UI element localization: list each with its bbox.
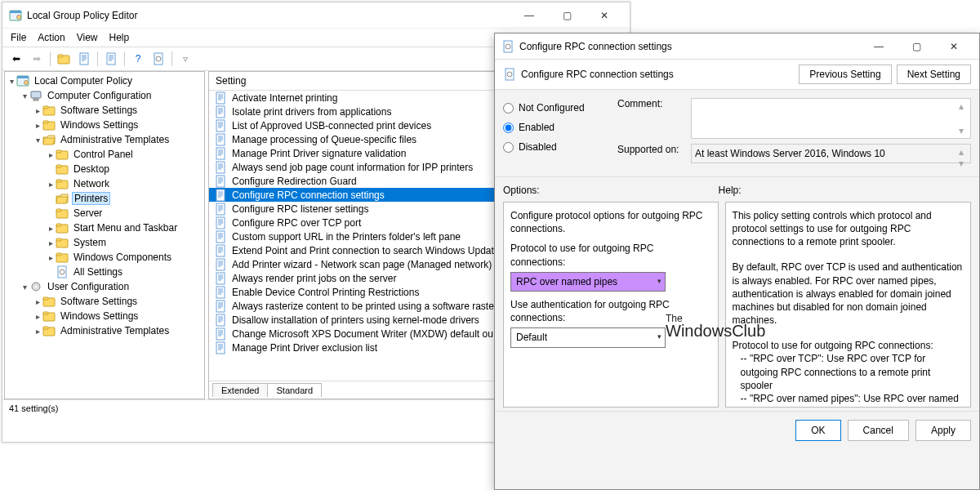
toolbar-btn-3[interactable] [102,50,120,68]
cancel-button[interactable]: Cancel [848,420,909,441]
apply-button[interactable]: Apply [915,420,971,441]
tree-software-settings[interactable]: ▸Software Settings [7,103,203,118]
help-label: Help: [719,182,971,198]
auth-label: Use authentication for outgoing RPC conn… [510,298,711,324]
help-button[interactable]: ? [129,50,147,68]
menu-file[interactable]: File [11,32,26,43]
policy-dialog: Configure RPC connection settings — ▢ ✕ … [494,33,980,490]
minimize-button[interactable]: — [510,4,548,27]
protocol-combo[interactable]: RPC over named pipes▾ [510,272,666,292]
next-setting-button[interactable]: Next Setting [897,65,971,84]
menu-action[interactable]: Action [38,32,65,43]
comment-label: Comment: [617,98,691,109]
dialog-buttons: OK Cancel Apply [495,411,979,449]
gpedit-title: Local Group Policy Editor [27,10,510,21]
dialog-titlebar: Configure RPC connection settings — ▢ ✕ [495,33,979,60]
filter-button[interactable]: ▿ [176,50,194,68]
comment-field[interactable]: ▴▾ [691,98,971,139]
dialog-title: Configure RPC connection settings [519,41,860,52]
radio-disabled[interactable]: Disabled [503,137,601,157]
toolbar-btn-1[interactable] [55,50,73,68]
tree-system[interactable]: ▸System [7,235,203,250]
tree-user-software[interactable]: ▸Software Settings [7,294,203,309]
app-icon [9,9,22,22]
back-button[interactable]: ⬅ [7,50,25,68]
protocol-label: Protocol to use for outgoing RPC connect… [510,242,711,268]
dialog-subtitle: Configure RPC connection settings [521,69,794,80]
tree-pane[interactable]: ▾Local Computer Policy ▾Computer Configu… [4,71,205,399]
forward-button[interactable]: ➡ [28,50,46,68]
tree-network[interactable]: ▸Network [7,176,203,191]
tree-windows-components[interactable]: ▸Windows Components [7,250,203,265]
tree-user-config[interactable]: ▾User Configuration [7,279,203,294]
dialog-minimize[interactable]: — [860,35,898,58]
subbar-icon [503,68,516,81]
help-panel[interactable]: This policy setting controls which proto… [725,202,971,408]
toolbar-btn-4[interactable] [149,50,167,68]
tree-user-admin[interactable]: ▸Administrative Templates [7,323,203,338]
dialog-top: Not Configured Enabled Disabled Comment:… [495,90,979,177]
maximize-button[interactable]: ▢ [548,4,586,27]
options-panel: Configure protocol options for outgoing … [503,202,719,408]
chevron-down-icon: ▾ [657,332,662,341]
gpedit-titlebar: Local Group Policy Editor — ▢ ✕ [2,2,630,29]
tree-admin-templates[interactable]: ▾Administrative Templates [7,132,203,147]
supported-field: At least Windows Server 2016, Windows 10… [691,144,971,163]
tree-control-panel[interactable]: ▸Control Panel [7,147,203,162]
options-label: Options: [503,182,719,198]
dialog-close[interactable]: ✕ [935,35,973,58]
dialog-maximize[interactable]: ▢ [898,35,935,58]
tree-printers[interactable]: Printers [7,191,203,206]
supported-label: Supported on: [617,144,691,155]
tree-desktop[interactable]: Desktop [7,162,203,176]
radio-enabled[interactable]: Enabled [503,118,601,137]
dialog-subbar: Configure RPC connection settings Previo… [495,60,979,90]
tab-standard[interactable]: Standard [267,383,322,397]
tree-computer-config[interactable]: ▾Computer Configuration [7,88,203,103]
tree-windows-settings[interactable]: ▸Windows Settings [7,118,203,132]
auth-combo[interactable]: Default▾ [510,327,666,347]
previous-setting-button[interactable]: Previous Setting [799,65,891,84]
radio-group: Not Configured Enabled Disabled [503,98,601,168]
toolbar-btn-2[interactable] [75,50,93,68]
tab-extended[interactable]: Extended [212,383,268,397]
tree-start-menu[interactable]: ▸Start Menu and Taskbar [7,220,203,235]
chevron-down-icon: ▾ [657,276,662,286]
menu-view[interactable]: View [77,32,98,43]
ok-button[interactable]: OK [795,420,840,441]
menu-help[interactable]: Help [109,32,130,43]
radio-not-configured[interactable]: Not Configured [503,98,601,118]
close-button[interactable]: ✕ [586,4,623,27]
meta-area: Comment: ▴▾ Supported on: At least Windo… [617,98,971,168]
dialog-icon [501,40,514,53]
tree-root[interactable]: ▾Local Computer Policy [7,74,203,88]
tree-user-windows[interactable]: ▸Windows Settings [7,309,203,323]
options-desc: Configure protocol options for outgoing … [510,209,711,235]
tree-server[interactable]: Server [7,206,203,220]
tree-all-settings[interactable]: All Settings [7,265,203,279]
